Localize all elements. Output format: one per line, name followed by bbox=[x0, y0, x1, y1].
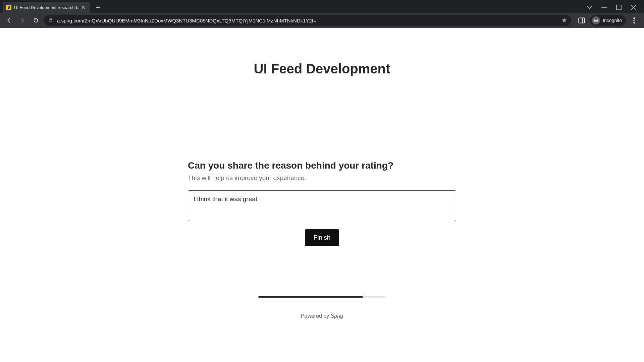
minimize-button[interactable] bbox=[601, 4, 607, 10]
favicon-icon: S bbox=[6, 5, 11, 10]
titlebar: S UI Feed Development research b bbox=[0, 0, 644, 13]
powered-by: Powered by Sprig bbox=[0, 313, 644, 319]
incognito-indicator[interactable]: Incognito bbox=[590, 15, 626, 26]
back-button[interactable] bbox=[3, 15, 15, 26]
browser-chrome: S UI Feed Development research b bbox=[0, 0, 644, 28]
svg-rect-0 bbox=[616, 5, 621, 10]
window-close-button[interactable] bbox=[631, 4, 637, 10]
new-tab-button[interactable] bbox=[93, 3, 103, 12]
svg-point-4 bbox=[594, 21, 595, 22]
tab-search-button[interactable] bbox=[586, 4, 592, 10]
answer-input[interactable] bbox=[188, 190, 456, 221]
page-content: UI Feed Development Can you share the re… bbox=[0, 28, 644, 362]
question-subtext: This will help us improve your experienc… bbox=[188, 174, 456, 182]
page-title: UI Feed Development bbox=[0, 28, 644, 76]
progress-bar bbox=[258, 296, 386, 298]
window-controls bbox=[586, 2, 644, 13]
toolbar-right: Incognito bbox=[573, 15, 641, 26]
powered-brand: Sprig bbox=[331, 313, 343, 319]
side-panel-icon[interactable] bbox=[578, 17, 585, 24]
question-text: Can you share the reason behind your rat… bbox=[188, 160, 456, 171]
reload-button[interactable] bbox=[30, 15, 42, 26]
progress-fill bbox=[258, 296, 363, 298]
finish-button[interactable]: Finish bbox=[305, 229, 339, 246]
incognito-icon bbox=[592, 16, 600, 24]
url-text: a.sprig.com/ZmQxVUhQUU9EMmM3fnNpZDoxMWQ3… bbox=[57, 18, 558, 23]
svg-point-7 bbox=[634, 20, 635, 21]
svg-rect-1 bbox=[49, 20, 52, 22]
svg-point-8 bbox=[634, 22, 635, 23]
kebab-menu-icon[interactable] bbox=[631, 17, 638, 24]
svg-rect-2 bbox=[579, 18, 585, 23]
powered-prefix: Powered by bbox=[301, 313, 331, 319]
tab-title: UI Feed Development research b bbox=[14, 5, 78, 10]
forward-button[interactable] bbox=[17, 15, 28, 26]
svg-point-5 bbox=[597, 21, 598, 22]
incognito-label: Incognito bbox=[603, 18, 622, 23]
browser-toolbar: a.sprig.com/ZmQxVUhQUU9EMmM3fnNpZDoxMWQ3… bbox=[0, 13, 644, 28]
star-icon[interactable] bbox=[562, 18, 567, 23]
question-block: Can you share the reason behind your rat… bbox=[188, 160, 456, 246]
close-tab-button[interactable] bbox=[80, 5, 86, 10]
lock-icon bbox=[48, 18, 53, 23]
svg-point-6 bbox=[634, 18, 635, 19]
browser-tab[interactable]: S UI Feed Development research b bbox=[3, 2, 90, 13]
address-bar[interactable]: a.sprig.com/ZmQxVUhQUU9EMmM3fnNpZDoxMWQ3… bbox=[44, 15, 571, 26]
maximize-button[interactable] bbox=[616, 4, 622, 10]
